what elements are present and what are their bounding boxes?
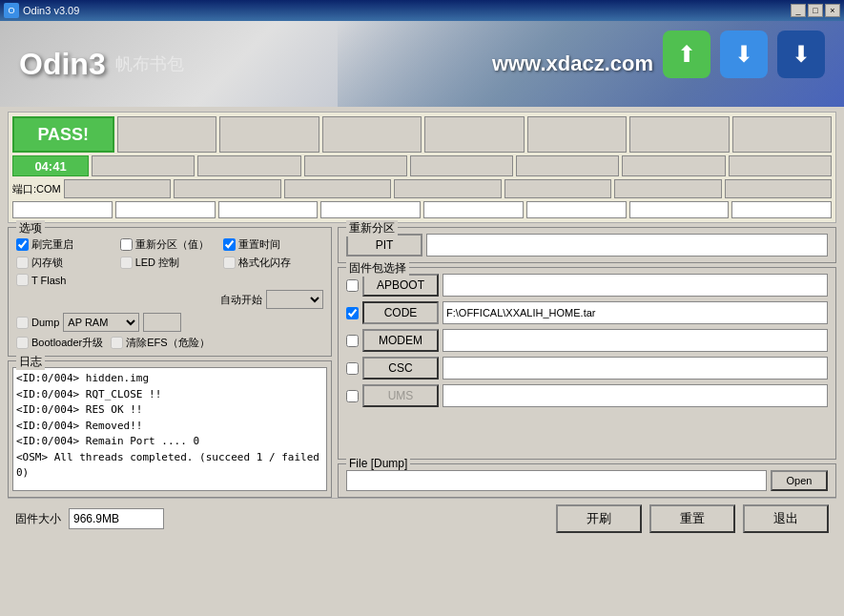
fw-ums-checkbox[interactable] bbox=[346, 390, 359, 402]
checkbox-flash-lock-input[interactable] bbox=[16, 257, 29, 269]
fw-modem-input[interactable] bbox=[443, 329, 828, 352]
checkbox-flash-lock[interactable]: 闪存锁 bbox=[16, 256, 116, 270]
small-status-3 bbox=[197, 155, 300, 176]
fw-csc-row: CSC bbox=[346, 357, 828, 380]
checkbox-reset-time-input[interactable] bbox=[223, 238, 236, 251]
file-dump-title: File [Dump] bbox=[346, 457, 410, 470]
file-dump-row: Open bbox=[346, 470, 828, 491]
status-section: PASS! 04:41 端口:COM bbox=[8, 112, 836, 223]
device-box-6 bbox=[526, 201, 627, 218]
checkbox-bootloader[interactable]: Bootloader升级 bbox=[16, 336, 103, 350]
fw-apboot-checkbox[interactable] bbox=[346, 279, 359, 292]
left-panel: 选项 刷完重启 重新分区（值） 重置时间 bbox=[8, 227, 332, 498]
minimize-button[interactable]: _ bbox=[791, 4, 806, 17]
device-box-1 bbox=[12, 201, 113, 218]
fw-code-checkbox[interactable] bbox=[346, 307, 359, 319]
checkbox-reset-time[interactable]: 重置时间 bbox=[223, 237, 323, 252]
main-area: PASS! 04:41 端口:COM bbox=[0, 107, 844, 544]
fw-modem-button[interactable]: MODEM bbox=[362, 329, 439, 352]
open-button[interactable]: Open bbox=[771, 470, 828, 491]
fw-ums-button[interactable]: UMS bbox=[362, 384, 439, 407]
fw-apboot-button[interactable]: APBOOT bbox=[362, 274, 439, 297]
port-box-1 bbox=[64, 179, 171, 198]
status-box-5 bbox=[424, 116, 525, 153]
fw-ums-input[interactable] bbox=[443, 384, 828, 407]
auto-select[interactable] bbox=[266, 290, 323, 309]
bootloader-label: Bootloader升级 bbox=[31, 336, 103, 350]
maximize-button[interactable]: □ bbox=[808, 4, 823, 17]
fw-code-input[interactable] bbox=[443, 301, 828, 324]
fw-csc-button[interactable]: CSC bbox=[362, 357, 439, 380]
small-status-6 bbox=[516, 155, 619, 176]
header-icons: ⬆ ⬇ ⬇ bbox=[663, 31, 825, 78]
checkbox-clear-ef[interactable]: 清除EFS（危险） bbox=[111, 336, 209, 350]
checkbox-format-flash[interactable]: 格式化闪存 bbox=[223, 256, 323, 270]
fw-apboot-row: APBOOT bbox=[346, 274, 828, 297]
exit-button[interactable]: 退出 bbox=[743, 504, 829, 533]
port-box-4 bbox=[394, 179, 501, 198]
pit-button[interactable]: PIT bbox=[346, 234, 422, 257]
checkbox-tflash-input[interactable] bbox=[16, 274, 29, 286]
fw-ums-row: UMS bbox=[346, 384, 828, 407]
checkbox-tflash[interactable]: T Flash bbox=[16, 274, 116, 286]
fw-code-button[interactable]: CODE bbox=[362, 301, 439, 324]
log-line-1: <ID:0/004> hidden.img bbox=[16, 371, 323, 387]
options-title: 选项 bbox=[16, 220, 45, 236]
pit-row: PIT bbox=[346, 234, 828, 257]
fw-apboot-input[interactable] bbox=[443, 274, 828, 297]
time-status: 04:41 bbox=[12, 155, 89, 176]
checkbox-format-flash-input[interactable] bbox=[223, 257, 236, 269]
firmware-size-label: 固件大小 bbox=[15, 511, 61, 527]
log-line-6: <OSM> All threads completed. (succeed 1 … bbox=[16, 450, 323, 482]
checkbox-tflash-label: T Flash bbox=[31, 275, 66, 286]
dump-select[interactable]: AP RAM bbox=[63, 313, 139, 332]
bottom-toolbar: 固件大小 开刷 重置 退出 bbox=[8, 498, 836, 539]
file-dump-input[interactable] bbox=[346, 470, 767, 491]
checkbox-repartition-input[interactable] bbox=[120, 238, 133, 251]
fw-csc-input[interactable] bbox=[443, 357, 828, 380]
header-logo-area: Odin3 帆布书包 bbox=[19, 47, 184, 82]
log-group: 日志 <ID:0/004> hidden.img <ID:0/004> RQT_… bbox=[8, 360, 332, 498]
port-label: 端口:COM bbox=[12, 182, 61, 196]
firmware-size-input[interactable] bbox=[69, 508, 164, 529]
clear-ef-label: 清除EFS（危险） bbox=[126, 336, 209, 350]
fw-modem-checkbox[interactable] bbox=[346, 335, 359, 347]
status-box-7 bbox=[629, 116, 730, 153]
bottom-section: 选项 刷完重启 重新分区（值） 重置时间 bbox=[8, 227, 836, 498]
device-box-2 bbox=[115, 201, 216, 218]
checkbox-led-control-label: LED 控制 bbox=[135, 256, 179, 270]
checkbox-led-control[interactable]: LED 控制 bbox=[120, 256, 220, 270]
window-title: Odin3 v3.09 bbox=[23, 5, 79, 16]
log-line-2: <ID:0/004> RQT_CLOSE !! bbox=[16, 387, 323, 403]
device-box-4 bbox=[320, 201, 421, 218]
checkbox-dump-input[interactable] bbox=[16, 317, 29, 329]
bootloader-row: Bootloader升级 清除EFS（危险） bbox=[16, 336, 323, 350]
dump-input-box bbox=[143, 313, 181, 332]
status-box-3 bbox=[219, 116, 319, 153]
checkbox-repartition[interactable]: 重新分区（值） bbox=[120, 237, 220, 252]
dump-label: Dump bbox=[31, 317, 59, 328]
checkbox-bootloader-input[interactable] bbox=[16, 337, 29, 349]
small-status-4 bbox=[304, 155, 407, 176]
checkbox-dump[interactable]: Dump bbox=[16, 317, 59, 329]
checkbox-flash-reboot[interactable]: 刷完重启 bbox=[16, 237, 116, 252]
device-box-7 bbox=[629, 201, 730, 218]
small-status-5 bbox=[410, 155, 513, 176]
header-icon-upload: ⬆ bbox=[663, 31, 710, 78]
checkbox-clear-ef-input[interactable] bbox=[111, 337, 123, 349]
small-status-8 bbox=[729, 155, 832, 176]
small-status-7 bbox=[622, 155, 725, 176]
device-box-8 bbox=[731, 201, 832, 218]
close-button[interactable]: × bbox=[825, 4, 840, 17]
repartition-group: 重新分区 PIT bbox=[338, 227, 836, 263]
checkbox-led-control-input[interactable] bbox=[120, 257, 133, 269]
fw-csc-checkbox[interactable] bbox=[346, 362, 359, 375]
status-box-6 bbox=[527, 116, 628, 153]
port-box-5 bbox=[504, 179, 611, 198]
port-box-7 bbox=[725, 179, 832, 198]
device-box-5 bbox=[423, 201, 524, 218]
status-box-2 bbox=[117, 116, 217, 153]
reset-button[interactable]: 重置 bbox=[649, 504, 735, 533]
checkbox-flash-reboot-input[interactable] bbox=[16, 238, 29, 251]
flash-button[interactable]: 开刷 bbox=[556, 504, 642, 533]
